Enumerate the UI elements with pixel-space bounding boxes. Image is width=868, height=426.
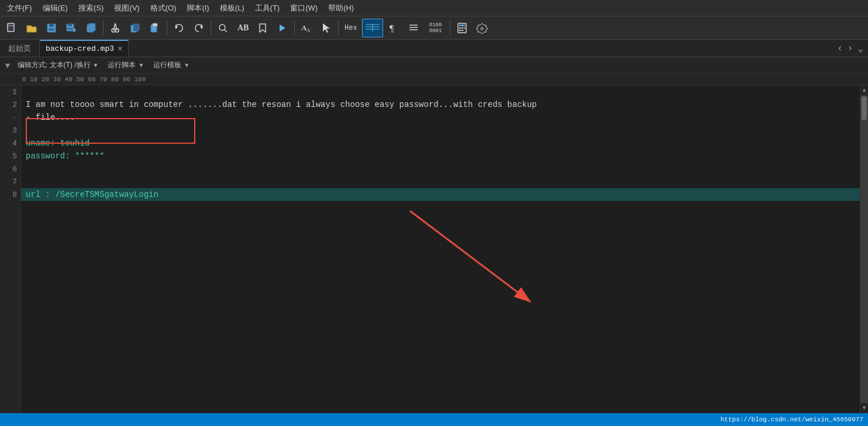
calculator-button[interactable] <box>453 19 471 37</box>
settings-button[interactable] <box>473 19 491 37</box>
scrollbar-track[interactable] <box>860 95 868 403</box>
menu-format[interactable]: 格式(O) <box>146 2 181 15</box>
editor-content[interactable]: I am not toooo smart in computer .......… <box>21 85 860 413</box>
menu-file[interactable]: 文件(F) <box>2 2 37 15</box>
status-url: https://blog.csdn.net/weixin_45650977 <box>721 416 863 423</box>
cursor-tool-button[interactable] <box>317 19 336 37</box>
tab-home[interactable]: 起始页 <box>0 40 40 57</box>
cut-button[interactable] <box>106 19 125 37</box>
line-num-5: 5 <box>0 150 20 162</box>
align-button[interactable] <box>404 19 423 37</box>
code-line-7 <box>21 175 860 188</box>
scrollbar-right[interactable]: ▲ ▼ <box>860 85 868 413</box>
svg-rect-9 <box>73 29 75 32</box>
clone-button[interactable] <box>82 19 101 37</box>
hex-view-button[interactable] <box>362 19 383 37</box>
open-folder-button[interactable] <box>22 19 41 37</box>
line-num-3: 3 <box>0 124 20 137</box>
binary-view-button[interactable]: 01000001 <box>424 19 447 37</box>
code-line-5: password: ****** <box>21 150 860 162</box>
replace-button[interactable]: AB <box>233 19 252 37</box>
svg-line-47 <box>410 211 530 302</box>
code-line-3 <box>21 124 860 137</box>
svg-rect-42 <box>459 30 461 31</box>
editor-container: 1 2 - 3 4 5 6 7 8 I am not toooo smart i… <box>0 85 868 413</box>
svg-marker-28 <box>323 23 330 33</box>
tab-close-button[interactable]: × <box>118 45 122 53</box>
menu-view[interactable]: 视图(V) <box>109 2 144 15</box>
redo-button[interactable] <box>190 19 208 37</box>
svg-point-22 <box>219 25 225 30</box>
code-line-2: I am not toooo smart in computer .......… <box>21 98 860 111</box>
run-template-label: 运行模板 <box>153 60 181 70</box>
search-button[interactable] <box>213 19 232 37</box>
menu-edit[interactable]: 编辑(E) <box>38 2 73 15</box>
svg-rect-39 <box>459 27 461 29</box>
separator-6 <box>450 21 450 35</box>
run-script-item[interactable]: 运行脚本 ▼ <box>104 59 147 71</box>
arrow-right-button[interactable] <box>273 19 292 37</box>
separator-2 <box>167 21 167 35</box>
paste-button[interactable] <box>146 19 164 37</box>
separator-4 <box>294 21 295 35</box>
run-template-arrow: ▼ <box>184 62 190 68</box>
line-num-4: 4 <box>0 137 20 150</box>
separator-3 <box>211 21 211 35</box>
binary-label: 01000001 <box>429 22 442 34</box>
menu-help[interactable]: 帮助(H) <box>323 2 359 15</box>
save-button[interactable] <box>42 19 61 37</box>
tab-dropdown-button[interactable]: ⌄ <box>855 43 866 54</box>
line-num-8: 8 <box>0 188 20 201</box>
save-as-button[interactable] <box>62 19 81 37</box>
svg-line-23 <box>225 30 227 32</box>
tab-active[interactable]: backup-cred.mp3 × <box>40 40 129 57</box>
svg-rect-41 <box>464 27 465 29</box>
run-template-item[interactable]: 运行模板 ▼ <box>150 59 193 71</box>
menu-template[interactable]: 模板(L) <box>215 2 249 15</box>
line-num-2: 2 <box>0 98 20 111</box>
tab-bar: 起始页 backup-cred.mp3 × ‹ › ⌄ <box>0 40 868 57</box>
svg-rect-43 <box>461 30 463 31</box>
paragraph-button[interactable]: ¶ <box>384 19 403 37</box>
svg-text:AB: AB <box>237 23 249 32</box>
bookmark-button[interactable] <box>253 19 272 37</box>
svg-marker-44 <box>476 23 488 34</box>
svg-rect-11 <box>89 23 95 31</box>
toolbar: AB A A Hex <box>0 16 868 40</box>
edit-mode-item[interactable]: 编辑方式: 文本(T) /换行 ▼ <box>14 59 102 71</box>
code-line-4: uname: touhid <box>21 137 860 150</box>
svg-rect-38 <box>459 25 465 26</box>
edit-mode-label: 编辑方式: 文本(T) /换行 <box>18 60 91 70</box>
run-script-label: 运行脚本 <box>108 60 136 70</box>
svg-point-45 <box>481 27 483 30</box>
menu-script[interactable]: 脚本(I) <box>182 2 213 15</box>
line-num-2b: - <box>0 111 20 124</box>
scrollbar-thumb[interactable] <box>862 96 867 120</box>
code-line-1 <box>21 85 860 98</box>
copy-button[interactable] <box>126 19 144 37</box>
svg-marker-25 <box>280 25 285 32</box>
code-line-6 <box>21 162 860 175</box>
run-script-arrow: ▼ <box>138 62 144 68</box>
undo-button[interactable] <box>170 19 188 37</box>
font-size-button[interactable]: A A <box>297 19 316 37</box>
new-file-button[interactable] <box>2 19 21 37</box>
status-bar: https://blog.csdn.net/weixin_45650977 <box>0 413 868 426</box>
svg-rect-17 <box>133 24 139 31</box>
svg-rect-0 <box>8 23 14 32</box>
line-num-7: 7 <box>0 175 20 188</box>
ruler: 0 10 20 30 40 50 60 70 80 90 100 <box>0 74 868 85</box>
svg-text:¶: ¶ <box>390 23 394 33</box>
code-line-2b: - file.... <box>21 111 860 124</box>
tab-next-button[interactable]: › <box>845 43 856 54</box>
menu-tools[interactable]: 工具(T) <box>250 2 285 15</box>
scroll-up-button[interactable]: ▲ <box>860 85 868 95</box>
separator-5 <box>338 21 339 35</box>
tab-prev-button[interactable]: ‹ <box>835 43 845 54</box>
svg-rect-40 <box>461 27 463 29</box>
collapse-arrow[interactable]: ▼ <box>4 61 12 70</box>
scroll-down-button[interactable]: ▼ <box>860 403 868 413</box>
menu-search[interactable]: 搜索(S) <box>74 2 108 15</box>
svg-rect-19 <box>153 23 157 26</box>
menu-window[interactable]: 窗口(W) <box>285 2 322 15</box>
